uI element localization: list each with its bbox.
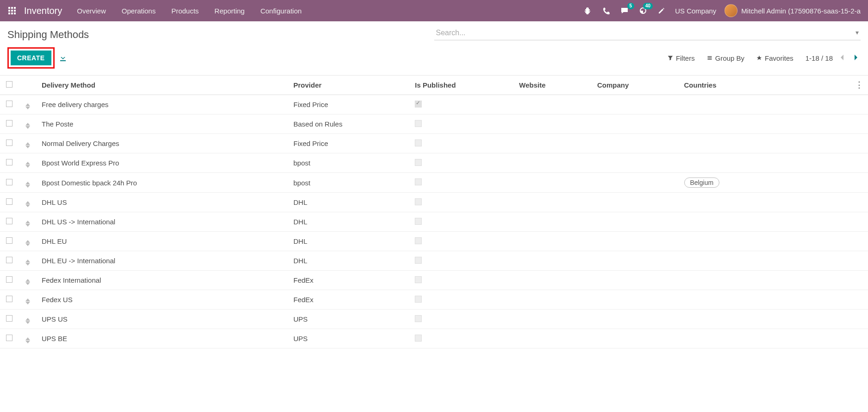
bug-icon[interactable]: [582, 6, 593, 16]
row-checkbox[interactable]: [6, 198, 12, 205]
nav-overview[interactable]: Overview: [70, 1, 112, 20]
drag-handle-icon[interactable]: [25, 279, 30, 285]
nav-reporting[interactable]: Reporting: [208, 1, 251, 20]
drag-handle-icon[interactable]: [25, 182, 30, 188]
pager-next[interactable]: [851, 52, 861, 64]
row-checkbox[interactable]: [6, 335, 12, 341]
search-caret-icon[interactable]: ▾: [856, 29, 859, 36]
drag-handle-icon[interactable]: [25, 162, 30, 168]
select-all-checkbox[interactable]: [6, 81, 12, 88]
user-menu[interactable]: Mitchell Admin (17590876-saas-15-2-a: [724, 4, 861, 17]
row-checkbox[interactable]: [6, 139, 12, 146]
drag-handle-icon[interactable]: [25, 337, 30, 343]
published-checkbox[interactable]: [415, 257, 422, 264]
cell-website: [514, 271, 593, 290]
table-row[interactable]: Fedex US FedEx: [0, 290, 868, 310]
cell-method: Bpost Domestic bpack 24h Pro: [37, 173, 289, 193]
table-row[interactable]: The Poste Based on Rules: [0, 114, 868, 134]
table-row[interactable]: DHL EU DHL: [0, 232, 868, 251]
country-tag[interactable]: Belgium: [684, 177, 720, 188]
table-row[interactable]: Free delivery charges Fixed Price: [0, 95, 868, 114]
search-wrap: ▾: [434, 26, 861, 40]
row-checkbox[interactable]: [6, 315, 12, 322]
activities-icon[interactable]: 40: [638, 6, 648, 16]
col-method[interactable]: Delivery Method: [37, 76, 289, 95]
row-checkbox[interactable]: [6, 120, 12, 127]
table-row[interactable]: UPS US UPS: [0, 310, 868, 329]
nav-products[interactable]: Products: [165, 1, 205, 20]
filters-button[interactable]: Filters: [668, 54, 695, 62]
app-brand[interactable]: Inventory: [22, 6, 69, 16]
cell-method: UPS BE: [37, 329, 289, 349]
row-checkbox[interactable]: [6, 179, 12, 185]
cell-website: [514, 251, 593, 271]
import-icon[interactable]: [59, 54, 67, 62]
drag-handle-icon[interactable]: [25, 221, 30, 227]
table-row[interactable]: DHL US DHL: [0, 193, 868, 212]
apps-icon[interactable]: [4, 3, 20, 18]
published-checkbox[interactable]: [415, 178, 422, 185]
cell-website: [514, 134, 593, 153]
row-checkbox[interactable]: [6, 257, 12, 263]
drag-handle-icon[interactable]: [25, 298, 30, 304]
row-checkbox[interactable]: [6, 276, 12, 283]
company-switcher[interactable]: US Company: [675, 7, 716, 15]
drag-handle-icon[interactable]: [25, 260, 30, 266]
search-input[interactable]: [434, 26, 861, 40]
cell-provider: DHL: [289, 193, 411, 212]
drag-handle-icon[interactable]: [25, 103, 30, 109]
drag-handle-icon[interactable]: [25, 318, 30, 324]
table-row[interactable]: Fedex International FedEx: [0, 271, 868, 290]
cell-provider: UPS: [289, 329, 411, 349]
published-checkbox[interactable]: [415, 218, 422, 225]
phone-icon[interactable]: [601, 6, 611, 16]
table-row[interactable]: DHL US -> International DHL: [0, 212, 868, 232]
published-checkbox[interactable]: [415, 276, 422, 283]
published-checkbox[interactable]: [415, 159, 422, 166]
published-checkbox[interactable]: [415, 296, 422, 303]
nav-configuration[interactable]: Configuration: [254, 1, 308, 20]
cell-published: [410, 173, 514, 193]
table-row[interactable]: UPS BE UPS: [0, 329, 868, 349]
drag-handle-icon[interactable]: [25, 142, 30, 148]
published-checkbox[interactable]: [415, 101, 422, 108]
row-checkbox[interactable]: [6, 218, 12, 224]
published-checkbox[interactable]: [415, 237, 422, 244]
table-row[interactable]: DHL EU -> International DHL: [0, 251, 868, 271]
favorites-button[interactable]: Favorites: [756, 54, 793, 62]
col-countries[interactable]: Countries: [680, 76, 851, 95]
tools-icon[interactable]: [656, 6, 667, 16]
create-button[interactable]: CREATE: [11, 51, 51, 65]
groupby-button[interactable]: Group By: [707, 54, 744, 62]
messages-icon[interactable]: 5: [619, 6, 630, 16]
drag-handle-icon[interactable]: [25, 123, 30, 129]
options-icon[interactable]: ⋮: [855, 80, 863, 89]
published-checkbox[interactable]: [415, 120, 422, 127]
cell-provider: FedEx: [289, 290, 411, 310]
col-company[interactable]: Company: [593, 76, 680, 95]
cell-countries: [680, 251, 851, 271]
published-checkbox[interactable]: [415, 198, 422, 205]
published-checkbox[interactable]: [415, 335, 422, 342]
navbar-right: 5 40 US Company Mitchell Admin (17590876…: [582, 4, 864, 17]
table-row[interactable]: Normal Delivery Charges Fixed Price: [0, 134, 868, 153]
cell-provider: bpost: [289, 173, 411, 193]
published-checkbox[interactable]: [415, 315, 422, 322]
published-checkbox[interactable]: [415, 139, 422, 146]
table-row[interactable]: Bpost World Express Pro bpost: [0, 153, 868, 173]
row-checkbox[interactable]: [6, 101, 12, 107]
cell-company: [593, 212, 680, 232]
col-website[interactable]: Website: [514, 76, 593, 95]
row-checkbox[interactable]: [6, 296, 12, 302]
row-checkbox[interactable]: [6, 159, 12, 165]
drag-handle-icon[interactable]: [25, 240, 30, 246]
drag-handle-icon[interactable]: [25, 201, 30, 207]
row-checkbox[interactable]: [6, 237, 12, 244]
nav-operations[interactable]: Operations: [115, 1, 162, 20]
col-published[interactable]: Is Published: [410, 76, 514, 95]
cell-published: [410, 329, 514, 349]
table-row[interactable]: Bpost Domestic bpack 24h Pro bpost Belgi…: [0, 173, 868, 193]
pager-prev[interactable]: [837, 52, 847, 64]
filters-label: Filters: [676, 54, 695, 62]
col-provider[interactable]: Provider: [289, 76, 411, 95]
